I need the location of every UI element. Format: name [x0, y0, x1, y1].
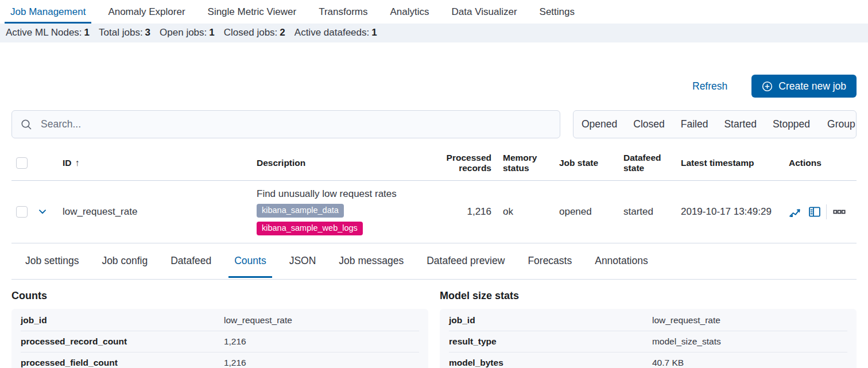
tab-transforms[interactable]: Transforms [313, 4, 373, 24]
jobs-table: ID ↑ Description Processed records Memor… [11, 148, 857, 243]
tab-job-settings[interactable]: Job settings [20, 245, 84, 277]
tab-forecasts[interactable]: Forecasts [522, 245, 578, 277]
column-header-latest-timestamp[interactable]: Latest timestamp [681, 158, 785, 168]
search-input[interactable] [40, 118, 551, 131]
counts-section: Counts job_id low_request_rate processed… [11, 290, 428, 368]
tab-counts[interactable]: Counts [228, 245, 272, 277]
job-id-cell: low_request_rate [63, 206, 257, 218]
model-size-stats-panel: job_id low_request_rate result_type mode… [440, 309, 857, 368]
tab-anomaly-explorer[interactable]: Anomaly Explorer [102, 4, 191, 24]
stat-open-jobs: Open jobs:1 [160, 27, 215, 38]
filter-failed-button[interactable]: Failed [673, 111, 716, 138]
group-badge[interactable]: kibana_sample_data [257, 204, 344, 218]
toolbar: Refresh Create new job [11, 75, 857, 98]
job-state-cell: opened [559, 206, 612, 218]
group-badge[interactable]: kibana_sample_web_logs [257, 222, 363, 235]
actions-divider [826, 204, 827, 219]
column-header-memory-status[interactable]: Memory status [503, 153, 548, 173]
tab-data-visualizer[interactable]: Data Visualizer [446, 4, 523, 24]
stats-bar: Active ML Nodes:1 Total jobs:3 Open jobs… [0, 24, 868, 42]
single-metric-viewer-icon[interactable] [789, 206, 801, 218]
create-new-job-button[interactable]: Create new job [751, 75, 857, 98]
plus-circle-icon [762, 81, 773, 92]
counts-tab-content: Counts job_id low_request_rate processed… [11, 290, 857, 368]
tab-annotations[interactable]: Annotations [589, 245, 653, 277]
kv-row: result_type model_size_stats [449, 331, 847, 352]
stat-active-ml-nodes: Active ML Nodes:1 [6, 27, 90, 38]
tab-single-metric-viewer[interactable]: Single Metric Viewer [202, 4, 303, 24]
tab-job-config[interactable]: Job config [96, 245, 153, 277]
memory-status-cell: ok [503, 206, 548, 218]
sort-arrow-up-icon: ↑ [75, 158, 80, 168]
counts-panel: job_id low_request_rate processed_record… [11, 309, 428, 368]
tab-datafeed-preview[interactable]: Datafeed preview [421, 245, 510, 277]
latest-timestamp-cell: 2019-10-17 13:49:29 [681, 206, 785, 218]
filter-button-group: Opened Closed Failed Started Stopped Gro… [573, 110, 857, 138]
refresh-button[interactable]: Refresh [692, 80, 727, 92]
column-header-id[interactable]: ID ↑ [63, 158, 257, 168]
model-size-stats-title: Model size stats [440, 290, 857, 302]
job-detail-tabs: Job settings Job config Datafeed Counts … [11, 243, 857, 280]
tab-analytics[interactable]: Analytics [385, 4, 435, 24]
column-header-description[interactable]: Description [257, 158, 429, 168]
stat-total-jobs: Total jobs:3 [99, 27, 150, 38]
model-size-stats-section: Model size stats job_id low_request_rate… [440, 290, 857, 368]
row-actions-cell [789, 204, 857, 219]
tab-job-management[interactable]: Job Management [5, 4, 91, 24]
filter-started-button[interactable]: Started [716, 111, 764, 138]
column-header-processed-records[interactable]: Processed records [429, 153, 491, 173]
create-new-job-label: Create new job [778, 80, 846, 92]
job-description-cell: Find unusually low request rates kibana_… [257, 188, 424, 235]
job-management-content: Refresh Create new job Opened Closed Fai… [0, 75, 868, 368]
job-description-text: Find unusually low request rates [257, 188, 397, 200]
select-all-checkbox[interactable] [16, 157, 28, 169]
search-box [11, 110, 560, 138]
boxes-horizontal-icon[interactable] [833, 206, 846, 218]
filter-closed-button[interactable]: Closed [625, 111, 672, 138]
counts-section-title: Counts [11, 290, 428, 302]
job-row-low-request-rate: low_request_rate Find unusually low requ… [11, 181, 857, 243]
stat-active-datafeeds: Active datafeeds:1 [294, 27, 377, 38]
anomaly-explorer-icon[interactable] [808, 206, 821, 218]
datafeed-state-cell: started [623, 206, 671, 218]
search-icon [21, 119, 32, 130]
filter-stopped-button[interactable]: Stopped [765, 111, 818, 138]
kv-row: processed_record_count 1,216 [21, 331, 419, 352]
tab-datafeed[interactable]: Datafeed [165, 245, 217, 277]
row-checkbox[interactable] [16, 206, 28, 218]
column-header-datafeed-state[interactable]: Datafeed state [623, 153, 671, 173]
filter-opened-button[interactable]: Opened [574, 111, 625, 138]
stat-closed-jobs: Closed jobs:2 [224, 27, 285, 38]
tab-job-messages[interactable]: Job messages [333, 245, 409, 277]
kv-row: processed_field_count 1,216 [21, 352, 419, 368]
processed-records-cell: 1,216 [429, 206, 491, 218]
column-header-job-state[interactable]: Job state [559, 158, 612, 168]
search-and-filters: Opened Closed Failed Started Stopped Gro… [11, 110, 857, 138]
chevron-down-icon[interactable] [37, 207, 48, 217]
tab-json[interactable]: JSON [284, 245, 322, 277]
kv-row: model_bytes 40.7 KB [449, 352, 847, 368]
group-filter-dropdown[interactable]: Group [818, 111, 857, 138]
column-header-actions: Actions [789, 158, 857, 168]
top-navigation: Job Management Anomaly Explorer Single M… [0, 0, 868, 24]
kv-row: job_id low_request_rate [449, 310, 847, 331]
kv-row: job_id low_request_rate [21, 310, 419, 331]
tab-settings[interactable]: Settings [534, 4, 580, 24]
jobs-table-header: ID ↑ Description Processed records Memor… [11, 148, 857, 181]
